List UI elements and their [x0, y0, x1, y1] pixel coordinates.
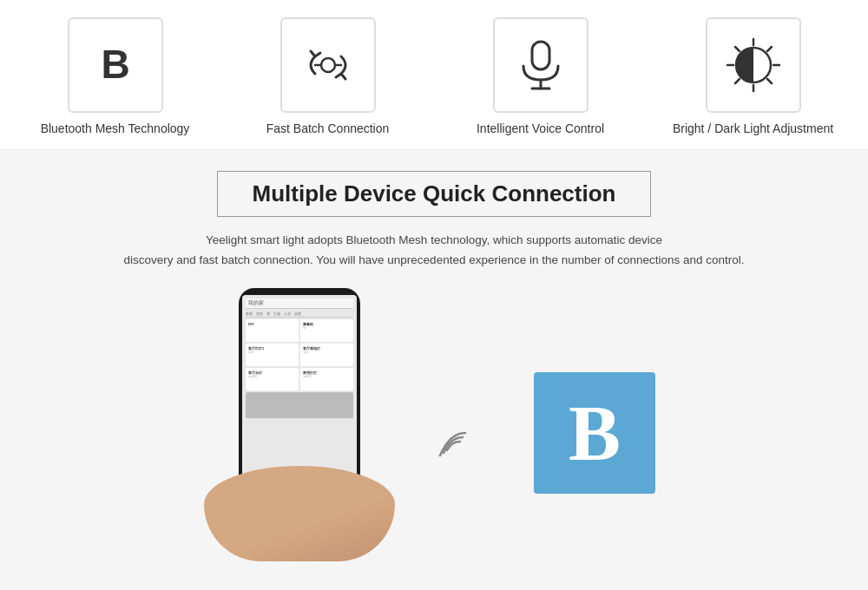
hand-shape [204, 466, 395, 561]
fast-batch-icon-box [280, 17, 376, 113]
signal-waves-icon [438, 429, 482, 472]
svg-line-13 [767, 79, 772, 83]
fast-batch-label: Fast Batch Connection [266, 121, 390, 135]
screen-grid: DIY 摄像机 电 客厅灯灯1 关闭 客厅落地灯 关闭 [246, 319, 353, 390]
screen-nav: 发现消息我主题人员设置 [246, 311, 353, 318]
microphone-icon [515, 35, 567, 95]
svg-line-14 [767, 47, 772, 51]
title-box: Multiple Device Quick Connection [217, 171, 652, 217]
screen-card: DIY [246, 319, 299, 342]
screen-image [246, 392, 353, 418]
screen-card: 客厅台灯 关闭(6) [246, 368, 299, 390]
arrows-icon [298, 39, 358, 91]
big-b-text: B [569, 389, 621, 478]
svg-line-12 [735, 47, 740, 51]
feature-bar: B Bluetooth Mesh Technology Fast Batch C… [0, 0, 868, 150]
screen-card: 摄像机 电 [300, 319, 353, 342]
feature-voice: Intelligent Voice Control [441, 17, 641, 135]
screen-card: 客厅灯灯1 关闭 [246, 344, 299, 366]
svg-point-1 [321, 58, 335, 72]
main-visual: 我的家 发现消息我主题人员设置 DIY 摄像机 电 客厅灯灯1 [17, 288, 851, 544]
main-section: Multiple Device Quick Connection Yeeligh… [0, 150, 868, 561]
voice-label: Intelligent Voice Control [477, 121, 604, 135]
big-b-logo: B [534, 372, 655, 494]
svg-text:B: B [101, 42, 129, 87]
bluetooth-icon: B [89, 39, 141, 91]
screen-header: 我的家 [246, 298, 353, 309]
bluetooth-label: Bluetooth Mesh Technology [41, 121, 190, 135]
desc-line2: discovery and fast batch connection. You… [123, 253, 744, 266]
screen-card: 客厅落地灯 关闭 [300, 344, 353, 366]
screen-card: 夜明灯灯 关闭(7) [300, 368, 353, 390]
phone-mockup: 我的家 发现消息我主题人员设置 DIY 摄像机 电 客厅灯灯1 [213, 288, 386, 544]
title-wrapper: Multiple Device Quick Connection [17, 171, 851, 217]
signal-indicator [438, 429, 482, 472]
desc-line1: Yeelight smart light adopts Bluetooth Me… [206, 233, 662, 246]
voice-icon-box [493, 17, 589, 113]
feature-bluetooth: B Bluetooth Mesh Technology [16, 17, 215, 135]
feature-fast-batch: Fast Batch Connection [228, 17, 428, 135]
main-title: Multiple Device Quick Connection [253, 180, 616, 207]
brightness-icon [723, 35, 784, 95]
brightness-icon-box [706, 17, 801, 113]
feature-brightness: Bright / Dark Light Adjustment [654, 17, 853, 135]
bluetooth-icon-box: B [68, 17, 163, 113]
main-description: Yeelight smart light adopts Bluetooth Me… [17, 231, 851, 271]
svg-line-15 [735, 79, 740, 83]
brightness-label: Bright / Dark Light Adjustment [673, 121, 833, 135]
svg-rect-4 [532, 42, 549, 69]
